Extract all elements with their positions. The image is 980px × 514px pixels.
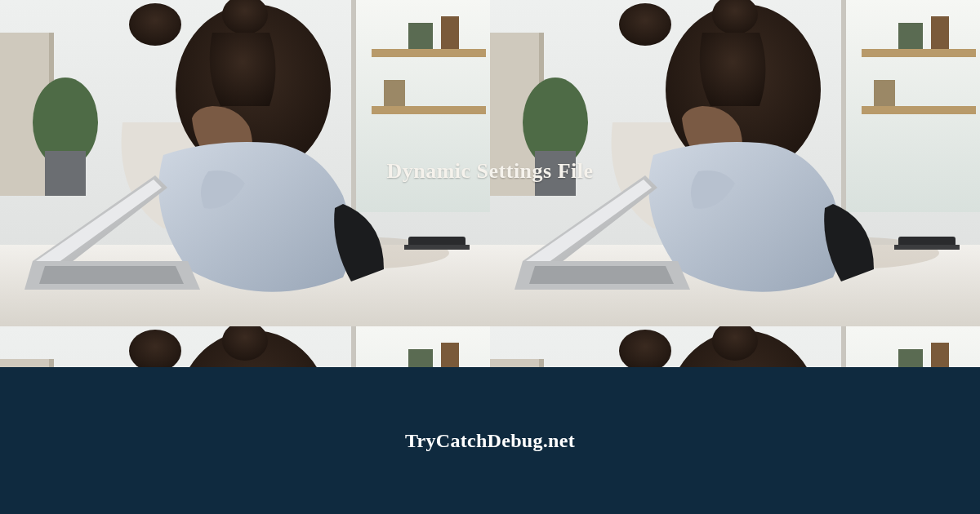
- site-name: TryCatchDebug.net: [405, 430, 575, 452]
- svg-point-75: [619, 330, 671, 372]
- svg-rect-8: [441, 16, 459, 49]
- svg-rect-6: [372, 106, 486, 114]
- svg-rect-5: [372, 49, 486, 57]
- card-title: Dynamic Settings File: [0, 159, 980, 184]
- svg-marker-20: [39, 266, 184, 284]
- svg-rect-9: [384, 80, 405, 106]
- svg-rect-29: [862, 106, 976, 114]
- svg-point-14: [129, 3, 181, 46]
- social-card: Dynamic Settings File TryCatchDebug.net: [0, 0, 980, 514]
- svg-point-59: [129, 330, 181, 372]
- svg-rect-32: [874, 80, 895, 106]
- svg-point-37: [619, 3, 671, 46]
- svg-marker-43: [529, 266, 674, 284]
- svg-rect-45: [894, 245, 960, 250]
- svg-rect-28: [862, 49, 976, 57]
- svg-rect-31: [931, 16, 949, 49]
- svg-rect-22: [404, 245, 470, 250]
- svg-rect-30: [898, 23, 923, 49]
- svg-rect-7: [408, 23, 433, 49]
- footer-band: TryCatchDebug.net: [0, 367, 980, 514]
